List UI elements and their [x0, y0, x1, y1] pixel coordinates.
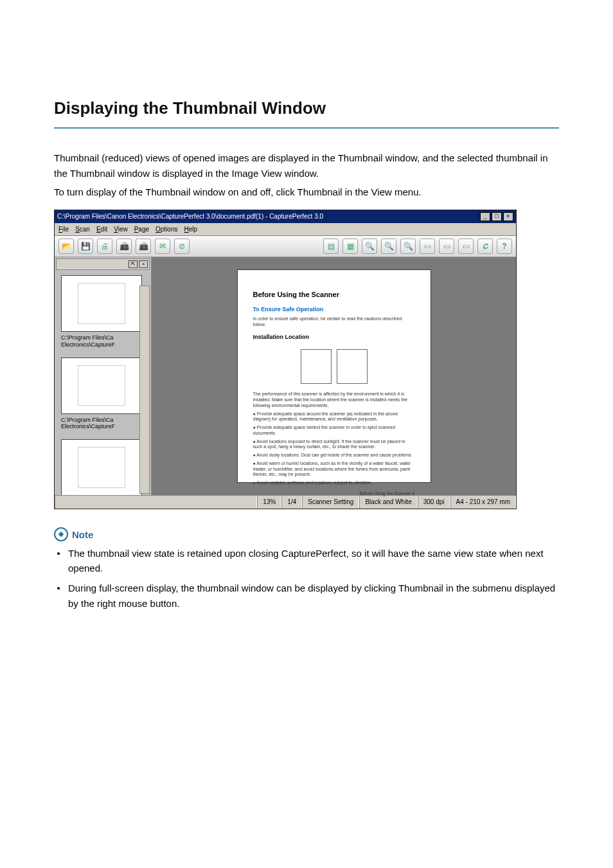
toolbar-view2-icon[interactable]: ▦ [342, 239, 358, 254]
note-item-2: During full-screen display, the thumbnai… [66, 581, 559, 611]
toolbar-page3-icon[interactable]: ▭ [458, 239, 474, 254]
status-page: 1/4 [281, 496, 302, 509]
doc-bullet-1: ● Provide adequate space around the scan… [253, 411, 415, 423]
doc-bullet-5: ● Avoid warm or humid locations, such as… [253, 461, 415, 478]
note-heading: Note [54, 527, 559, 542]
doc-bullet-4: ● Avoid dusty locations. Dust can get in… [253, 453, 415, 458]
doc-subheading-2: Installation Location [253, 333, 415, 342]
toolbar-view1-icon[interactable]: ▤ [323, 239, 339, 254]
document-page: Before Using the Scanner To Ensure Safe … [238, 270, 431, 482]
doc-text-2: The performance of this scanner is affec… [253, 392, 415, 408]
maximize-button[interactable]: □ [492, 212, 502, 221]
panel-close-icon[interactable]: × [139, 260, 148, 268]
status-zoom: 13% [257, 496, 281, 509]
thumbnail-panel: ⇱ × C:\Program Files\Ca Electronics\Capt… [55, 257, 152, 495]
note-icon [54, 527, 68, 541]
thumbnail-2-caption: C:\Program Files\Ca Electronics\CaptureF [55, 415, 151, 436]
note-label: Note [72, 527, 93, 542]
page-title: Displaying the Thumbnail Window [54, 95, 559, 121]
toolbar: 📂 💾 🖨 📠 📠 ✉ ⊘ ▤ ▦ 🔍 🔍 🔍 ▭ ▭ ▭ 𝘾 ? [55, 236, 516, 257]
help-icon[interactable]: ? [497, 239, 512, 254]
note-item-1: The thumbnail view state is retained upo… [66, 546, 559, 576]
toolbar-page1-icon[interactable]: ▭ [420, 239, 435, 254]
doc-diagram [253, 344, 415, 389]
window-titlebar: C:\Program Files\Canon Electronics\Captu… [55, 210, 516, 223]
toolbar-cancel-icon[interactable]: ⊘ [174, 239, 190, 254]
thumbnail-1[interactable] [61, 275, 142, 332]
toolbar-logo-icon[interactable]: 𝘾 [477, 239, 493, 254]
doc-bullet-3: ● Avoid locations exposed to direct sunl… [253, 439, 415, 451]
menu-edit[interactable]: Edit [96, 224, 107, 235]
status-dpi: 300 dpi [418, 496, 450, 509]
thumbnail-1-caption: C:\Program Files\Ca Electronics\CaptureF [55, 333, 151, 354]
thumbnail-2[interactable] [61, 357, 142, 414]
zoom-in-icon[interactable]: 🔍 [362, 239, 377, 254]
toolbar-scan-icon[interactable]: 📠 [116, 239, 132, 254]
menu-file[interactable]: File [58, 224, 69, 235]
menu-bar: File Scan Edit View Page Options Help [55, 223, 516, 237]
status-size: A4 - 210 x 297 mm [450, 496, 516, 509]
menu-options[interactable]: Options [155, 224, 177, 235]
title-rule [54, 127, 559, 129]
zoom-out-icon[interactable]: 🔍 [381, 239, 396, 254]
status-bar: 13% 1/4 Scanner Setting Black and White … [55, 495, 516, 509]
toolbar-scan2-icon[interactable]: 📠 [136, 239, 151, 254]
note-list: The thumbnail view state is retained upo… [57, 546, 559, 611]
intro-paragraph-1: Thumbnail (reduced) views of opened imag… [54, 150, 559, 181]
doc-text-1: In order to ensure safe operation, be ce… [253, 316, 415, 328]
minimize-button[interactable]: _ [480, 212, 490, 221]
toolbar-page2-icon[interactable]: ▭ [439, 239, 454, 254]
thumbnail-scrollbar[interactable] [139, 285, 150, 494]
intro-paragraph-2: To turn display of the Thumbnail window … [54, 185, 559, 199]
close-button[interactable]: × [503, 212, 513, 221]
menu-scan[interactable]: Scan [75, 224, 90, 235]
toolbar-save-icon[interactable]: 💾 [78, 239, 93, 254]
doc-heading: Before Using the Scanner [253, 289, 415, 300]
toolbar-open-icon[interactable]: 📂 [58, 239, 74, 254]
window-title: C:\Program Files\Canon Electronics\Captu… [57, 212, 323, 222]
zoom-fit-icon[interactable]: 🔍 [400, 239, 416, 254]
menu-page[interactable]: Page [134, 224, 149, 235]
doc-subheading-1: To Ensure Safe Operation [253, 305, 415, 314]
status-mode: Black and White [359, 496, 417, 509]
app-screenshot: C:\Program Files\Canon Electronics\Captu… [54, 210, 517, 509]
panel-undock-icon[interactable]: ⇱ [129, 260, 138, 268]
doc-bullet-6: ● Avoid unstable surfaces and locations … [253, 480, 415, 486]
status-setting: Scanner Setting [302, 496, 359, 509]
menu-help[interactable]: Help [184, 224, 198, 235]
thumbnail-3[interactable] [61, 439, 142, 495]
toolbar-mail-icon[interactable]: ✉ [155, 239, 170, 254]
image-view-area: Before Using the Scanner To Ensure Safe … [152, 257, 516, 495]
toolbar-print-icon[interactable]: 🖨 [97, 239, 112, 254]
thumbnail-panel-header: ⇱ × [56, 258, 150, 270]
doc-bullet-2: ● Provide adequate space behind the scan… [253, 425, 415, 437]
menu-view[interactable]: View [114, 224, 128, 235]
